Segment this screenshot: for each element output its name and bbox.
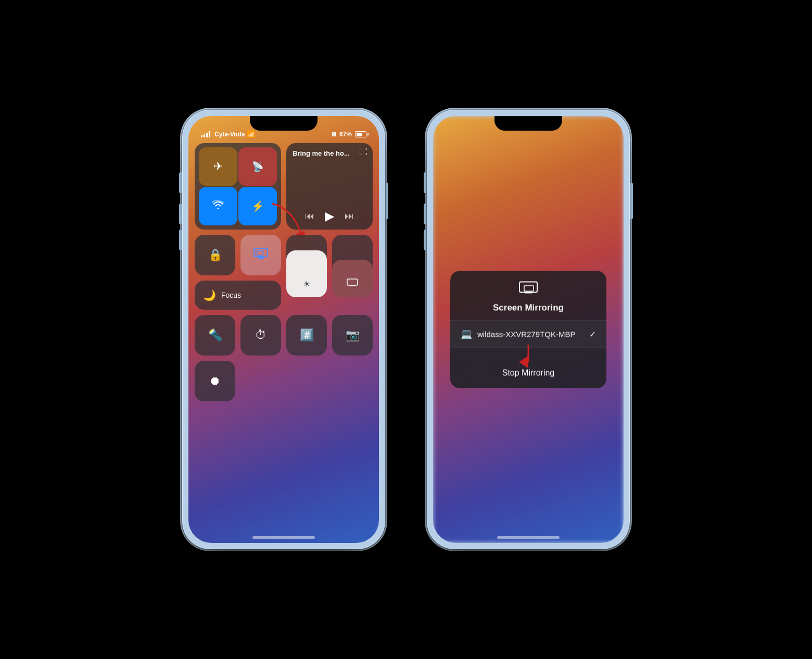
svg-rect-5 (519, 282, 537, 293)
bluetooth-icon: ⚡ (251, 200, 264, 212)
carrier-label: Cyta-Voda (214, 131, 245, 138)
connectivity-block[interactable]: ✈ 📡 (195, 143, 281, 230)
wifi-button[interactable] (199, 187, 237, 225)
iphone-left: Cyta-Voda 📶 🖥 67% ✈ (182, 110, 385, 549)
stop-mirroring-button[interactable]: Stop Mirroring (502, 369, 554, 378)
brightness-icon: ☀ (303, 279, 310, 289)
focus-label: Focus (221, 291, 241, 299)
battery-indicator (355, 131, 366, 137)
cellular-icon: 📡 (252, 161, 263, 172)
brightness-fill (286, 250, 327, 297)
device-name: wildass-XXVR279TQK-MBP (477, 330, 589, 338)
screen-mirroring-popup[interactable]: Screen Mirroring 💻 wildass-XXVR279TQK-MB… (450, 271, 606, 388)
music-widget[interactable]: ⛶ Bring me the ho... ⏮ ▶ ⏭ (286, 143, 373, 230)
stop-mirroring-area[interactable]: Stop Mirroring (450, 348, 606, 388)
battery-percent: 67% (339, 131, 352, 138)
mirroring-icon (519, 282, 538, 300)
rotation-lock-button[interactable]: 🔒 (195, 235, 235, 275)
home-indicator-right[interactable] (497, 536, 560, 539)
flashlight-icon: 🔦 (208, 328, 222, 342)
svg-rect-6 (524, 286, 534, 292)
popup-header: Screen Mirroring (450, 271, 606, 321)
display-slider[interactable] (332, 235, 373, 297)
iphone-right: Screen Mirroring 💻 wildass-XXVR279TQK-MB… (427, 110, 630, 549)
flashlight-button[interactable]: 🔦 (195, 315, 235, 356)
cc-grid: ✈ 📡 (195, 143, 373, 401)
rewind-button[interactable]: ⏮ (305, 211, 314, 222)
rotation-lock-icon: 🔒 (208, 248, 222, 262)
focus-button[interactable]: 🌙 Focus (195, 281, 281, 310)
control-center: ✈ 📡 (195, 143, 373, 401)
play-button[interactable]: ▶ (325, 209, 334, 223)
airplane-mode-button[interactable]: ✈ (199, 147, 237, 186)
music-title: Bring me the ho... (293, 149, 366, 157)
calculator-icon: #️⃣ (300, 328, 314, 342)
svg-rect-4 (347, 279, 358, 285)
brightness-slider[interactable]: ☀ (286, 235, 327, 297)
display-icon (347, 278, 358, 289)
bluetooth-button[interactable]: ⚡ (238, 187, 277, 225)
svg-rect-1 (258, 257, 264, 259)
checkmark-icon: ✓ (589, 329, 596, 339)
status-right: 🖥 67% (331, 131, 366, 138)
battery-fill (357, 133, 362, 136)
home-indicator[interactable] (252, 536, 315, 539)
fast-forward-button[interactable]: ⏭ (345, 211, 354, 222)
signal-bars (201, 131, 210, 137)
screen-mirror-button[interactable] (240, 235, 281, 275)
cellular-button[interactable]: 📡 (238, 147, 277, 186)
status-left: Cyta-Voda 📶 (201, 130, 255, 138)
device-row[interactable]: 💻 wildass-XXVR279TQK-MBP ✓ (450, 321, 606, 348)
svg-rect-2 (256, 251, 263, 255)
wifi-status-icon: 📶 (247, 130, 255, 138)
wifi-icon (212, 199, 224, 213)
battery-monitor-icon: 🖥 (331, 131, 336, 137)
notch-right (494, 116, 562, 131)
airplay-icon[interactable]: ⛶ (359, 147, 367, 157)
screen-record-button[interactable]: ⏺ (195, 361, 235, 401)
record-icon: ⏺ (209, 374, 221, 388)
screen-mirror-icon (253, 248, 268, 262)
airplane-icon: ✈ (213, 160, 223, 173)
battery-icon (355, 131, 366, 137)
popup-title: Screen Mirroring (493, 303, 564, 313)
moon-icon: 🌙 (203, 289, 216, 301)
music-controls: ⏮ ▶ ⏭ (293, 209, 366, 223)
timer-button[interactable]: ⏱ (240, 315, 281, 356)
laptop-icon: 💻 (461, 328, 472, 340)
calculator-button[interactable]: #️⃣ (286, 315, 327, 356)
timer-icon: ⏱ (255, 328, 267, 342)
camera-button[interactable]: 📷 (332, 315, 373, 356)
notch (250, 116, 318, 131)
camera-icon: 📷 (346, 328, 360, 342)
